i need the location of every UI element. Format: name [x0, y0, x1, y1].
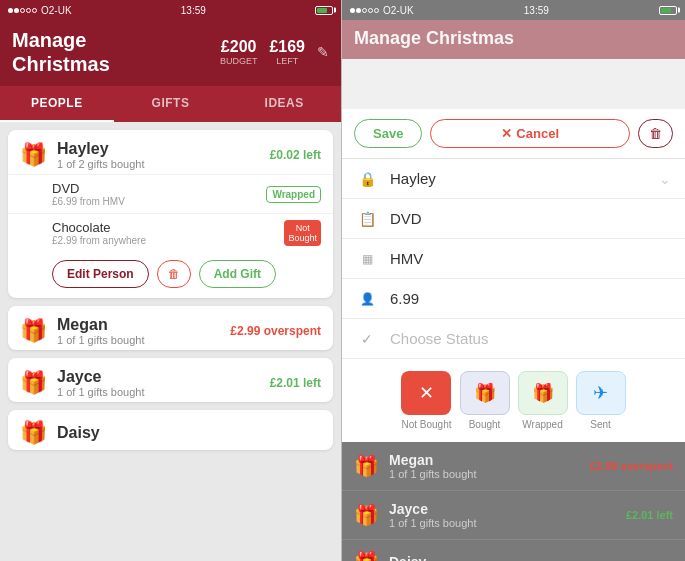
bg-title: Manage Christmas: [354, 28, 673, 49]
left-label: LEFT: [269, 56, 305, 66]
modal-field-person[interactable]: 🔒 Hayley ⌄: [342, 159, 685, 199]
lock-icon: 🔒: [356, 171, 378, 187]
sent-icon: ✈: [576, 371, 626, 415]
sent-label: Sent: [590, 419, 611, 430]
status-btn-bought[interactable]: 🎁 Bought: [460, 371, 510, 430]
gift-name-chocolate: Chocolate: [52, 220, 146, 235]
add-gift-button[interactable]: Add Gift: [199, 260, 276, 288]
dimmed-item-megan: 🎁 Megan 1 of 1 gifts bought £2.99 oversp…: [342, 442, 685, 491]
store-icon: ▦: [356, 252, 378, 266]
app-title: Manage Christmas: [12, 28, 110, 76]
signal-dot-4: [26, 8, 31, 13]
status-buttons-row: ✕ Not Bought 🎁 Bought 🎁 Wrapped ✈ Sent: [342, 359, 685, 442]
right-time: 13:59: [524, 5, 549, 16]
gift-icon-megan: 🎁: [20, 318, 47, 344]
status-btn-not-bought[interactable]: ✕ Not Bought: [401, 371, 451, 430]
right-dot-5: [374, 8, 379, 13]
right-signal-dots: [350, 8, 379, 13]
modal-panel: Save ✕ Cancel 🗑 🔒 Hayley ⌄ 📋 DVD ▦ HMV 👤…: [342, 109, 685, 442]
carrier-label: O2-UK: [41, 5, 72, 16]
wrapped-icon: 🎁: [518, 371, 568, 415]
budget-amount: £200: [220, 38, 258, 56]
person-info-megan: Megan 1 of 1 gifts bought: [57, 316, 220, 346]
app-title-line2: Christmas: [12, 53, 110, 75]
not-bought-label: Not Bought: [401, 419, 451, 430]
status-btn-wrapped[interactable]: 🎁 Wrapped: [518, 371, 568, 430]
dimmed-icon-jayce: 🎁: [354, 503, 379, 527]
dimmed-name-jayce: Jayce: [389, 501, 616, 517]
battery-icon: [315, 6, 333, 15]
field-gift-name-value: DVD: [390, 210, 671, 227]
modal-field-store[interactable]: ▦ HMV: [342, 239, 685, 279]
person-header-hayley: 🎁 Hayley 1 of 2 gifts bought £0.02 left: [8, 130, 333, 174]
status-btn-sent[interactable]: ✈ Sent: [576, 371, 626, 430]
person-card-jayce: 🎁 Jayce 1 of 1 gifts bought £2.01 left: [8, 358, 333, 402]
modal-delete-button[interactable]: 🗑: [638, 119, 673, 148]
dimmed-icon-daisy: 🎁: [354, 550, 379, 561]
person-name-daisy: Daisy: [57, 424, 321, 442]
gift-from-chocolate: £2.99 from anywhere: [52, 235, 146, 246]
gift-icon-jayce: 🎁: [20, 370, 47, 396]
gift-item-dvd: DVD £6.99 from HMV Wrapped: [8, 174, 333, 213]
gift-item-info-chocolate: Chocolate £2.99 from anywhere: [52, 220, 146, 246]
person-info-hayley: Hayley 1 of 2 gifts bought: [57, 140, 260, 170]
dimmed-amount-megan: £2.99 overspent: [590, 460, 673, 472]
modal-actions: Save ✕ Cancel 🗑: [342, 109, 685, 159]
time-label: 13:59: [181, 5, 206, 16]
modal-save-button[interactable]: Save: [354, 119, 422, 148]
battery-fill: [317, 8, 327, 13]
left-amount: £169: [269, 38, 305, 56]
checkmark-icon: ✓: [356, 331, 378, 347]
signal-dots: [8, 8, 37, 13]
dimmed-info-megan: Megan 1 of 1 gifts bought: [389, 452, 580, 480]
dimmed-people-list: 🎁 Megan 1 of 1 gifts bought £2.99 oversp…: [342, 442, 685, 561]
person-name-hayley: Hayley: [57, 140, 260, 158]
bought-label: Bought: [469, 419, 501, 430]
app-title-line1: Manage: [12, 29, 86, 51]
right-phone: O2-UK 13:59 Manage Christmas Save ✕ Canc…: [342, 0, 685, 561]
status-bar-right: O2-UK 13:59: [342, 0, 685, 20]
dimmed-name-daisy: Daisy: [389, 554, 663, 561]
gift-status-chocolate: NotBought: [284, 220, 321, 246]
dimmed-sub-jayce: 1 of 1 gifts bought: [389, 517, 616, 529]
field-status-value: Choose Status: [390, 330, 671, 347]
person-name-jayce: Jayce: [57, 368, 260, 386]
right-status-right: [659, 6, 677, 15]
person-card-megan: 🎁 Megan 1 of 1 gifts bought £2.99 oversp…: [8, 306, 333, 350]
person-amount-hayley: £0.02 left: [270, 148, 321, 162]
modal-field-price[interactable]: 👤 6.99: [342, 279, 685, 319]
field-person-value: Hayley: [390, 170, 647, 187]
edit-person-button[interactable]: Edit Person: [52, 260, 149, 288]
dimmed-sub-megan: 1 of 1 gifts bought: [389, 468, 580, 480]
budget-item: £200 BUDGET: [220, 38, 258, 66]
dimmed-icon-megan: 🎁: [354, 454, 379, 478]
tab-people[interactable]: PEOPLE: [0, 86, 114, 122]
gift-icon-hayley: 🎁: [20, 142, 47, 168]
status-bar-left: O2-UK 13:59: [0, 0, 341, 20]
right-dot-1: [350, 8, 355, 13]
tab-ideas[interactable]: IDEAS: [227, 86, 341, 122]
person-actions-hayley: Edit Person 🗑 Add Gift: [8, 252, 333, 298]
price-icon: 👤: [356, 292, 378, 306]
edit-budget-button[interactable]: ✎: [317, 44, 329, 60]
left-item: £169 LEFT: [269, 38, 305, 66]
person-name-megan: Megan: [57, 316, 220, 334]
person-header-jayce: 🎁 Jayce 1 of 1 gifts bought £2.01 left: [8, 358, 333, 402]
people-list: 🎁 Hayley 1 of 2 gifts bought £0.02 left …: [0, 122, 341, 561]
app-header: Manage Christmas £200 BUDGET £169 LEFT ✎: [0, 20, 341, 86]
gift-icon-daisy: 🎁: [20, 420, 47, 446]
modal-cancel-button[interactable]: ✕ Cancel: [430, 119, 630, 148]
tab-gifts[interactable]: GIFTS: [114, 86, 228, 122]
signal-dot-3: [20, 8, 25, 13]
gift-item-chocolate: Chocolate £2.99 from anywhere NotBought: [8, 213, 333, 252]
clipboard-icon: 📋: [356, 211, 378, 227]
modal-field-gift-name[interactable]: 📋 DVD: [342, 199, 685, 239]
person-sub-hayley: 1 of 2 gifts bought: [57, 158, 260, 170]
status-bar-left-section: O2-UK: [8, 5, 72, 16]
cancel-x-icon: ✕: [501, 126, 512, 141]
gift-name-dvd: DVD: [52, 181, 125, 196]
delete-person-button[interactable]: 🗑: [157, 260, 191, 288]
signal-dot-5: [32, 8, 37, 13]
dimmed-info-jayce: Jayce 1 of 1 gifts bought: [389, 501, 616, 529]
modal-field-status[interactable]: ✓ Choose Status: [342, 319, 685, 359]
